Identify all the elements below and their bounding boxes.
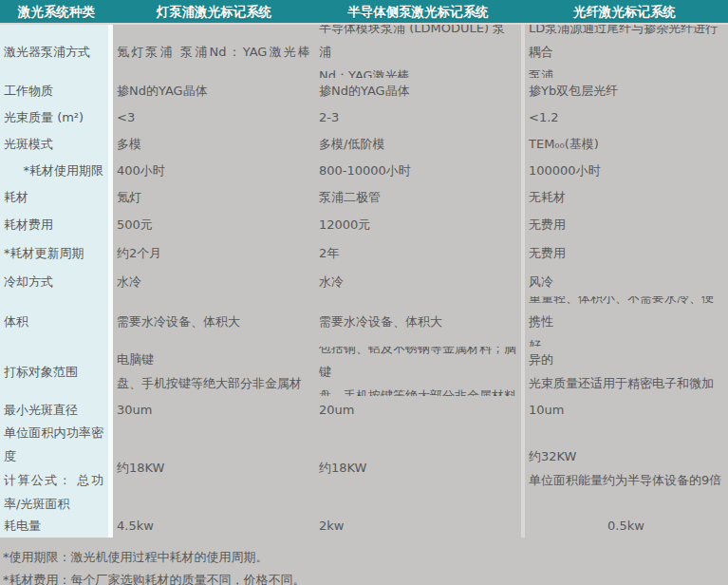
- column-header-label: 灯泵浦激光标记系统: [157, 0, 272, 23]
- comparison-table-body: 激光器泵浦方式 氪灯泵浦 泵浦Nd：YAG激光棒 半导体模块泵浦 (LDMODU…: [0, 25, 728, 538]
- table-cell: 氪灯泵浦 泵浦Nd：YAG激光棒: [113, 25, 315, 78]
- table-header-row: 激光系统种类 灯泵浦激光标记系统 半导体侧泵激光标记系统 光纤激光标记系统: [0, 0, 728, 25]
- table-cell: 掺Nd的YAG晶体: [113, 78, 315, 104]
- laser-systems-comparison-page: 激光系统种类 灯泵浦激光标记系统 半导体侧泵激光标记系统 光纤激光标记系统 激光…: [0, 0, 728, 585]
- table-row-consumable-lifetime: *耗材使用期限 400小时 800-10000小时 100000小时: [0, 157, 728, 183]
- table-cell: 除开侧泵能适合的材料之外，其优异的 光束质量还适用于精密电子和微加工: [521, 347, 728, 396]
- column-header-label: 半导体侧泵激光标记系统: [347, 0, 489, 23]
- table-cell: 约18KW: [113, 423, 315, 513]
- table-row-cooling-method: 冷却方式 水冷 水冷 风冷: [0, 267, 728, 296]
- row-label: 光斑模式: [0, 130, 113, 157]
- table-cell: 需要水冷设备、体积大: [113, 296, 315, 347]
- row-label: 耗材费用: [0, 211, 113, 238]
- column-header-label: 激光系统种类: [18, 0, 95, 23]
- row-label: 单位面积内功率密度 计算公式： 总功率/光斑面积: [0, 423, 113, 513]
- row-label: *耗材使用期限: [0, 157, 113, 183]
- table-cell: 氪灯: [113, 183, 315, 211]
- column-header-semiconductor-side-pumped: 半导体侧泵激光标记系统: [315, 0, 521, 23]
- table-cell: LD泵浦源通过尾纤与掺杂光纤进行耦合 泵浦: [521, 25, 728, 78]
- table-cell: 2年: [315, 238, 521, 267]
- table-cell: 800-10000小时: [315, 157, 521, 183]
- table-cell: 包括铜、铝及不锈钢等金属材料；脑键 盘、手机按键等绝大部分非金属材料: [315, 347, 521, 396]
- table-row-beam-quality: 光束质量 (m²) <3 2-3 <1.2: [0, 104, 728, 130]
- table-cell: 0.5kw: [521, 513, 728, 538]
- column-header-label: 光纤激光标记系统: [573, 0, 676, 23]
- footnote-consumable-cost: *耗材费用：每个厂家选购耗材的质量不同，价格不同。: [3, 569, 722, 585]
- table-row-volume: 体积 需要水冷设备、体积大 需要水冷设备、体积大 重量轻、体积小、不需要水冷、便…: [0, 296, 728, 347]
- table-cell: 10um: [521, 396, 728, 423]
- table-cell: 半导体模块泵浦 (LDMODULE) 泵浦 Nd：YAG激光棒: [315, 25, 521, 78]
- table-row-power-consumption: 耗电量 4.5kw 2kw 0.5kw: [0, 513, 728, 538]
- row-label: 耗材: [0, 183, 113, 211]
- table-cell: 无费用: [521, 238, 728, 267]
- table-cell: 约2个月: [113, 238, 315, 267]
- column-header-laser-system-type: 激光系统种类: [0, 0, 113, 23]
- row-label: 最小光斑直径: [0, 396, 113, 423]
- table-cell: 2-3: [315, 104, 521, 130]
- table-cell: 水冷: [315, 267, 521, 296]
- column-header-fiber-laser: 光纤激光标记系统: [521, 0, 728, 23]
- table-cell: 约18KW: [315, 423, 521, 513]
- table-cell: 需要水冷设备、体积大: [315, 296, 521, 347]
- table-row-min-spot-diameter: 最小光斑直径 30um 20um 10um: [0, 396, 728, 423]
- row-label: 激光器泵浦方式: [0, 25, 113, 78]
- table-cell: 无费用: [521, 211, 728, 238]
- row-label: 打标对象范围: [0, 347, 113, 396]
- table-footnotes: *使用期限：激光机使用过程中耗材的使用周期。 *耗材费用：每个厂家选购耗材的质量…: [0, 538, 728, 585]
- table-cell: 掺Nd的YAG晶体: [315, 78, 521, 104]
- table-cell: 2kw: [315, 513, 521, 538]
- table-row-consumable-cost: 耗材费用 500元 12000元 无费用: [0, 211, 728, 238]
- table-row-pump-method: 激光器泵浦方式 氪灯泵浦 泵浦Nd：YAG激光棒 半导体模块泵浦 (LDMODU…: [0, 25, 728, 78]
- table-cell: 包括铜、铝及不锈钢等金属材料；电脑键 盘、手机按键等绝大部分非金属材料: [113, 347, 315, 396]
- footnote-usage-period: *使用期限：激光机使用过程中耗材的使用周期。: [3, 546, 722, 569]
- table-row-working-material: 工作物质 掺Nd的YAG晶体 掺Nd的YAG晶体 掺Yb双包层光纤: [0, 78, 728, 104]
- table-cell: 风冷: [521, 267, 728, 296]
- table-cell: 30um: [113, 396, 315, 423]
- table-row-consumables: 耗材 氪灯 泵浦二极管 无耗材: [0, 183, 728, 211]
- table-cell: 掺Yb双包层光纤: [521, 78, 728, 104]
- row-label: 耗电量: [0, 513, 113, 538]
- table-row-power-density-per-area: 单位面积内功率密度 计算公式： 总功率/光斑面积 约18KW 约18KW 约32…: [0, 423, 728, 513]
- table-cell: <1.2: [521, 104, 728, 130]
- table-cell: <3: [113, 104, 315, 130]
- row-label: 冷却方式: [0, 267, 113, 296]
- table-cell: 500元: [113, 211, 315, 238]
- table-cell: 多模/低阶模: [315, 130, 521, 157]
- table-row-consumable-replacement-cycle: *耗材更新周期 约2个月 2年 无费用: [0, 238, 728, 267]
- table-cell: 泵浦二极管: [315, 183, 521, 211]
- row-label: 工作物质: [0, 78, 113, 104]
- table-cell: TEM₀₀(基模): [521, 130, 728, 157]
- row-label: *耗材更新周期: [0, 238, 113, 267]
- row-label: 光束质量 (m²): [0, 104, 113, 130]
- table-cell: 约32KW 单位面积能量约为半导体设备的9倍: [521, 423, 728, 513]
- table-cell: 重量轻、体积小、不需要水冷、便携性 好: [521, 296, 728, 347]
- table-cell: 水冷: [113, 267, 315, 296]
- table-row-marking-target-range: 打标对象范围 包括铜、铝及不锈钢等金属材料；电脑键 盘、手机按键等绝大部分非金属…: [0, 347, 728, 396]
- row-label: 体积: [0, 296, 113, 347]
- column-header-lamp-pumped: 灯泵浦激光标记系统: [113, 0, 315, 23]
- table-cell: 100000小时: [521, 157, 728, 183]
- table-row-spot-mode: 光斑模式 多模 多模/低阶模 TEM₀₀(基模): [0, 130, 728, 157]
- table-cell: 4.5kw: [113, 513, 315, 538]
- table-cell: 400小时: [113, 157, 315, 183]
- table-cell: 多模: [113, 130, 315, 157]
- table-cell: 12000元: [315, 211, 521, 238]
- table-cell: 20um: [315, 396, 521, 423]
- table-cell: 无耗材: [521, 183, 728, 211]
